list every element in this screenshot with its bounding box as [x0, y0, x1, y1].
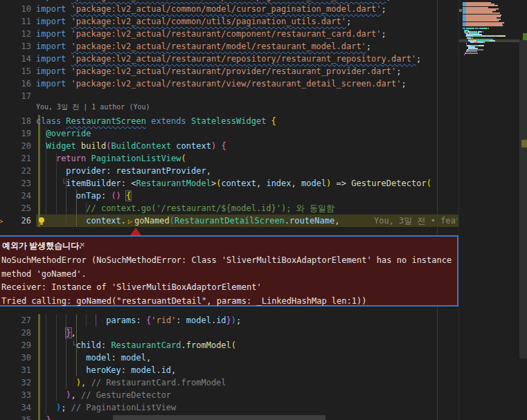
code-line[interactable]: import 'package:lv2_actual/common/model/… — [0, 3, 458, 15]
code-line[interactable]: import 'package:lv2_actual/restaurant/mo… — [0, 40, 458, 53]
code-token: ) — [231, 316, 236, 325]
code-token: model — [86, 353, 111, 363]
code-line[interactable]: return PaginationListView( — [0, 152, 458, 165]
codelens-blame[interactable]: You, 3일 전 | 1 author (You) — [36, 102, 150, 113]
code-token: model — [301, 179, 326, 188]
minimap-line — [483, 45, 484, 46]
code-line[interactable]: class RestaurantScreen extends Stateless… — [0, 115, 458, 127]
code-line[interactable]: params: {'rid': model.id}); — [0, 314, 458, 327]
code-line[interactable]: import 'package:lv2_actual/restaurant/re… — [0, 53, 458, 65]
minimap-line — [505, 35, 506, 37]
vertical-scrollbar[interactable] — [519, 0, 527, 420]
code-line[interactable]: // context.go('/restaurant/${model.id}')… — [0, 202, 458, 214]
code-token — [66, 17, 71, 26]
exception-message-line: method 'goNamed'. — [1, 268, 87, 281]
code-token: } — [66, 328, 71, 338]
code-line[interactable]: import 'package:lv2_actual/restaurant/pr… — [0, 65, 458, 77]
exception-message-line: Receiver: Instance of 'SliverMultiBoxAda… — [1, 281, 262, 294]
code-token: BuildContext — [111, 141, 171, 151]
close-icon[interactable]: × — [80, 239, 85, 250]
code-token: model — [131, 365, 156, 375]
code-line[interactable]: Widget build(BuildContext context) { — [0, 140, 458, 152]
minimap-line — [497, 35, 505, 37]
code-token: params — [106, 316, 136, 325]
code-token — [66, 4, 71, 14]
code-token — [66, 79, 71, 89]
code-line[interactable]: ), // RestaurantCard.fromModel — [0, 376, 458, 389]
code-token: ; — [61, 403, 71, 412]
code-token: ; — [236, 316, 241, 325]
minimap-line — [502, 25, 503, 26]
code-token: RestaurantCard — [111, 340, 181, 350]
code-token: ; — [346, 17, 351, 26]
code-line[interactable]: provider: restaurantProvider, — [0, 165, 458, 177]
code-token — [186, 116, 191, 126]
code-token: restaurantProvider — [116, 166, 206, 176]
code-token: ; — [396, 66, 401, 76]
horizontal-scrollbar-thumb[interactable] — [113, 415, 325, 420]
code-token: , — [71, 328, 76, 338]
code-token: child — [76, 340, 101, 350]
code-token: import — [36, 66, 66, 76]
code-token: class — [36, 116, 61, 126]
code-token: 'package:lv2_actual/restaurant/view/rest… — [71, 79, 402, 89]
minimap-line — [484, 42, 485, 43]
code-line[interactable]: └child: RestaurantCard.fromModel( — [0, 339, 458, 351]
exception-title: 예외가 발생했습니다. — [2, 240, 82, 252]
code-line[interactable]: model: model, — [0, 351, 458, 364]
code-token: ; — [416, 54, 421, 64]
inline-blame-annotation: You, 3일 전 • feat — [374, 214, 457, 227]
code-token — [36, 141, 46, 151]
code-token: . — [156, 365, 161, 375]
code-token: } — [46, 415, 51, 420]
code-token: StatelessWidget — [191, 116, 266, 126]
code-token — [36, 390, 66, 400]
code-line[interactable] — [0, 90, 458, 102]
code-token: : — [136, 316, 146, 325]
code-line[interactable]: ), // GestureDetector — [0, 389, 458, 401]
code-token: . — [121, 216, 126, 226]
code-line[interactable]: heroKey: model.id, — [0, 364, 458, 376]
code-token — [66, 0, 71, 1]
code-token: import — [36, 79, 66, 89]
code-token: 'rid' — [151, 316, 176, 325]
code-token: RestaurantScreen — [66, 116, 146, 126]
inline-play-icon: ▷ — [126, 217, 134, 225]
code-line[interactable]: import 'package:lv2_actual/restaurant/vi… — [0, 77, 458, 90]
code-line[interactable]: ); // PaginationListView — [0, 401, 458, 414]
minimap-line — [464, 54, 465, 55]
lightbulb-icon[interactable] — [39, 217, 44, 223]
code-line[interactable]: import 'package:lv2_actual/common/utils/… — [0, 15, 458, 28]
minimap-line — [466, 25, 501, 26]
code-token: , — [171, 365, 176, 375]
code-token: @override — [46, 129, 91, 138]
code-token — [36, 340, 71, 350]
code-token: provider — [66, 166, 106, 176]
code-token: 'package:lv2_actual/common/component/pag… — [71, 0, 386, 1]
code-line[interactable]: onTap: () { — [0, 190, 458, 202]
minimap-line — [501, 15, 501, 16]
minimap-line — [494, 40, 495, 42]
code-token: GestureDetector — [351, 179, 426, 188]
code-token — [36, 365, 86, 375]
code-token: { — [221, 141, 226, 151]
code-token: onTap — [76, 191, 101, 201]
minimap-line — [466, 53, 477, 54]
code-line[interactable]: import 'package:lv2_actual/restaurant/co… — [0, 28, 458, 40]
code-token — [36, 166, 66, 176]
code-token: : — [106, 166, 116, 176]
code-token — [86, 154, 91, 163]
exception-message-line: Tried calling: goNamed("restaruantDetail… — [1, 295, 366, 308]
code-line[interactable]: └itemBuilder: <RestaurantModel>(context,… — [0, 177, 458, 190]
code-token: // RestaurantCard.fromModel — [91, 378, 226, 387]
minimap-line — [483, 31, 483, 33]
code-line[interactable]: }, — [0, 327, 458, 339]
code-token: id — [161, 365, 171, 375]
minimap-line — [479, 45, 483, 46]
code-token: ( — [427, 179, 431, 188]
code-line[interactable]: @override — [0, 127, 458, 140]
minimap-line — [475, 28, 479, 29]
minimap[interactable] — [459, 0, 519, 208]
code-token: 'package:lv2_actual/restaurant/provider/… — [71, 66, 397, 76]
code-token: itemBuilder — [66, 179, 120, 188]
